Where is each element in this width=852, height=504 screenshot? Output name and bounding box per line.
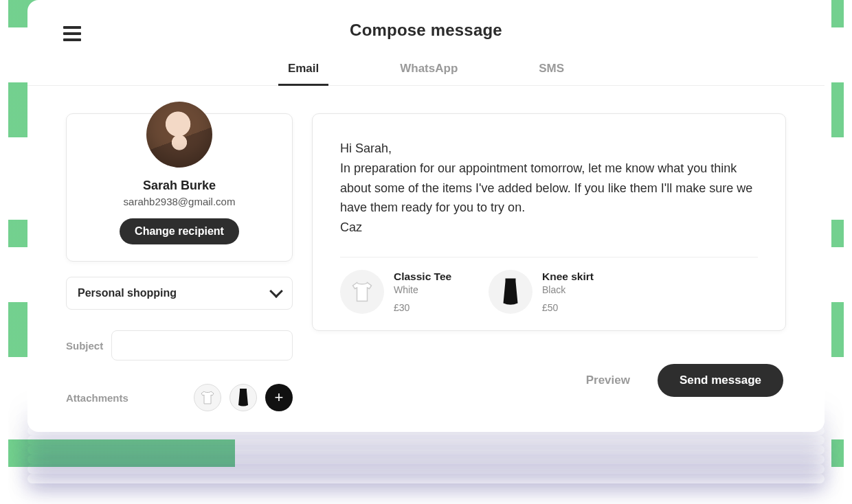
skirt-icon [238,389,249,406]
attachment-thumb-tee[interactable] [194,384,221,411]
product-item: Knee skirt Black £50 [489,270,619,314]
tshirt-icon [199,389,216,406]
tab-email[interactable]: Email [285,58,322,85]
channel-tabs: Email WhatsApp SMS [27,58,825,86]
attachment-thumb-skirt[interactable] [229,384,257,411]
product-variant: Black [542,284,594,295]
compose-card: Compose message Email WhatsApp SMS Sarah… [27,0,825,432]
subject-label: Subject [66,340,103,352]
product-item: Classic Tee White £30 [340,270,471,314]
category-select-value: Personal shopping [78,287,177,299]
skirt-icon [502,278,519,306]
change-recipient-button[interactable]: Change recipient [120,218,239,244]
page-title: Compose message [27,21,825,40]
message-body: Hi Sarah, In preparation for our appoint… [340,139,758,238]
recipient-card: Sarah Burke sarahb2938@gmail.com Change … [66,113,293,262]
product-price: £30 [394,302,451,313]
action-row: Preview Send message [312,364,786,397]
menu-icon[interactable] [63,26,81,41]
header: Compose message Email WhatsApp SMS [27,0,825,86]
category-select[interactable]: Personal shopping [66,277,293,310]
product-name: Knee skirt [542,271,594,283]
message-preview: Hi Sarah, In preparation for our appoint… [312,113,786,331]
product-thumb-tee [340,270,384,314]
avatar [146,102,212,168]
product-list: Classic Tee White £30 Knee skirt [340,270,758,314]
add-attachment-button[interactable]: + [265,384,293,411]
subject-input[interactable] [111,330,293,360]
attachments-label: Attachments [66,392,128,404]
tshirt-icon [350,279,374,304]
product-price: £50 [542,302,594,313]
recipient-email: sarahb2938@gmail.com [80,196,278,207]
chevron-down-icon [269,284,283,298]
tab-whatsapp[interactable]: WhatsApp [397,58,460,85]
product-thumb-skirt [489,270,532,314]
product-variant: White [394,284,451,295]
plus-icon: + [275,389,284,406]
preview-button[interactable]: Preview [586,374,630,387]
divider [340,257,758,257]
product-name: Classic Tee [394,271,451,283]
recipient-name: Sarah Burke [80,179,278,193]
send-message-button[interactable]: Send message [658,364,783,397]
tab-sms[interactable]: SMS [536,58,567,85]
